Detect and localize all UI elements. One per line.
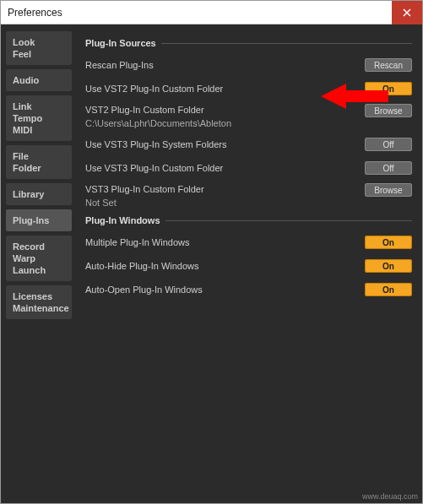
- auto-hide-toggle[interactable]: On: [365, 259, 412, 273]
- sidebar-item-label: Look: [13, 36, 65, 48]
- row-vst3-custom: Use VST3 Plug-In Custom Folder Off: [85, 160, 412, 176]
- preferences-window: Preferences Look Feel Audio Link Tempo M…: [0, 0, 423, 504]
- section-header-windows: Plug-In Windows: [85, 215, 412, 225]
- sidebar-item-label: Plug-Ins: [13, 214, 65, 226]
- row-label: Multiple Plug-In Windows: [85, 236, 365, 248]
- sidebar-item-label: Tempo: [13, 112, 65, 124]
- row-label-text: VST3 Plug-In Custom Folder: [85, 183, 365, 195]
- main-panel: Plug-In Sources Rescan Plug-Ins Rescan U…: [75, 24, 422, 503]
- section-title: Plug-In Sources: [85, 38, 156, 48]
- row-vst2-custom: Use VST2 Plug-In Custom Folder On: [85, 80, 412, 97]
- sidebar-item-label: Launch: [13, 264, 65, 276]
- vst3-folder-path: Not Set: [85, 197, 365, 209]
- sidebar-item-audio[interactable]: Audio: [6, 69, 72, 91]
- row-label: Use VST3 Plug-In System Folders: [85, 138, 365, 150]
- row-label: Auto-Open Plug-In Windows: [85, 284, 365, 295]
- vst2-browse-button[interactable]: Browse: [365, 104, 412, 117]
- sidebar-item-label: Audio: [13, 74, 65, 86]
- sidebar-item-label: Feel: [13, 48, 65, 60]
- row-vst3-system: Use VST3 Plug-In System Folders Off: [85, 136, 412, 153]
- divider: [161, 43, 412, 44]
- sidebar-item-link-tempo-midi[interactable]: Link Tempo MIDI: [6, 95, 72, 141]
- vst3-browse-button[interactable]: Browse: [365, 183, 412, 197]
- row-label: Auto-Hide Plug-In Windows: [85, 260, 365, 272]
- vst3-system-toggle[interactable]: Off: [365, 138, 412, 151]
- row-auto-hide: Auto-Hide Plug-In Windows On: [85, 257, 412, 274]
- sidebar-item-label: Warp: [13, 252, 65, 264]
- auto-open-toggle[interactable]: On: [365, 283, 412, 296]
- sidebar-item-look-feel[interactable]: Look Feel: [6, 31, 72, 65]
- sidebar-item-label: Licenses: [13, 290, 65, 302]
- section-header-sources: Plug-In Sources: [85, 38, 412, 48]
- row-label: Rescan Plug-Ins: [85, 59, 365, 71]
- titlebar: Preferences: [1, 1, 422, 24]
- sidebar-item-licenses-maintenance[interactable]: Licenses Maintenance: [6, 285, 72, 319]
- row-label: VST2 Plug-In Custom Folder C:\Users\aLph…: [85, 104, 365, 129]
- row-multi-windows: Multiple Plug-In Windows On: [85, 234, 412, 251]
- row-label-text: VST2 Plug-In Custom Folder: [85, 104, 365, 116]
- sidebar-item-file-folder[interactable]: File Folder: [6, 145, 72, 179]
- vst2-folder-path: C:\Users\aLphr\Documents\Ableton: [85, 117, 365, 129]
- sidebar-item-label: Link: [13, 100, 65, 112]
- sidebar-item-label: File: [13, 150, 65, 162]
- row-label: Use VST2 Plug-In Custom Folder: [85, 83, 365, 95]
- row-vst2-folder: VST2 Plug-In Custom Folder C:\Users\aLph…: [85, 104, 412, 129]
- row-label: VST3 Plug-In Custom Folder Not Set: [85, 183, 365, 209]
- row-label: Use VST3 Plug-In Custom Folder: [85, 162, 365, 174]
- row-rescan: Rescan Plug-Ins Rescan: [85, 57, 412, 73]
- sidebar-item-label: Maintenance: [13, 302, 65, 314]
- window-body: Look Feel Audio Link Tempo MIDI File Fol…: [1, 24, 422, 503]
- vst3-custom-toggle[interactable]: Off: [365, 161, 412, 175]
- close-icon: [403, 8, 411, 17]
- divider: [165, 220, 413, 221]
- sidebar-item-label: MIDI: [13, 124, 65, 136]
- rescan-button[interactable]: Rescan: [365, 58, 412, 72]
- close-button[interactable]: [392, 1, 422, 24]
- sidebar-item-label: Record: [13, 241, 65, 252]
- row-auto-open: Auto-Open Plug-In Windows On: [85, 281, 412, 298]
- sidebar-item-record-warp-launch[interactable]: Record Warp Launch: [6, 236, 72, 281]
- vst2-custom-toggle[interactable]: On: [365, 82, 412, 95]
- multi-windows-toggle[interactable]: On: [365, 236, 412, 249]
- sidebar-item-label: Library: [13, 188, 65, 200]
- sidebar-item-label: Folder: [13, 162, 65, 174]
- sidebar-item-library[interactable]: Library: [6, 183, 72, 205]
- window-title: Preferences: [8, 7, 62, 19]
- section-title: Plug-In Windows: [85, 215, 160, 225]
- row-vst3-folder: VST3 Plug-In Custom Folder Not Set Brows…: [85, 183, 412, 209]
- watermark: www.deuaq.com: [362, 492, 418, 501]
- sidebar: Look Feel Audio Link Tempo MIDI File Fol…: [1, 24, 75, 503]
- sidebar-item-plug-ins[interactable]: Plug-Ins: [6, 209, 72, 231]
